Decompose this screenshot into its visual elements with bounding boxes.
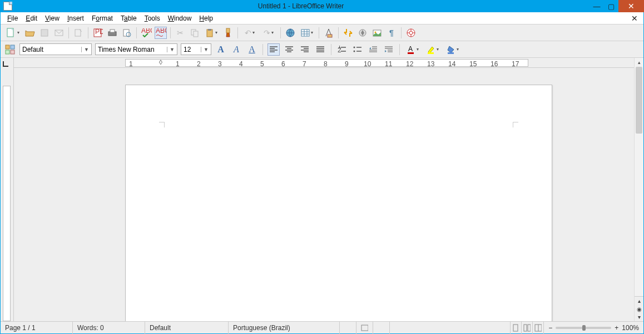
status-page-style[interactable]: Default (145, 322, 229, 334)
save-button[interactable] (38, 27, 51, 39)
cut-button[interactable]: ✂ (174, 27, 186, 39)
menu-file[interactable]: File (4, 13, 21, 24)
prev-page-button[interactable]: ▴ (638, 297, 641, 305)
horizontal-ruler[interactable]: 1 ◊ 1 2 3 4 5 6 7 8 9 10 11 12 1 (14, 58, 634, 68)
edit-file-button[interactable] (72, 27, 85, 39)
background-color-button[interactable]: ▾ (444, 43, 461, 56)
view-single-page-button[interactable] (511, 322, 522, 334)
view-multi-page-button[interactable] (522, 322, 533, 334)
svg-rect-15 (208, 29, 211, 31)
format-paintbrush-button[interactable] (222, 27, 234, 39)
zoom-value[interactable]: 100% (622, 324, 639, 332)
styles-button[interactable] (4, 43, 16, 56)
svg-text:A: A (408, 45, 413, 53)
status-selection-mode[interactable] (356, 322, 373, 334)
close-button[interactable]: ✕ (618, 0, 644, 12)
font-name-combo[interactable]: Times New Roman▼ (95, 43, 177, 55)
align-center-button[interactable] (283, 43, 295, 56)
zoom-in-button[interactable]: + (615, 324, 618, 332)
copy-button[interactable] (189, 27, 201, 39)
auto-spellcheck-button[interactable]: ABC (155, 27, 167, 39)
minimize-button[interactable]: — (589, 0, 604, 12)
paste-button[interactable]: ▾ (203, 27, 220, 39)
align-right-button[interactable] (299, 43, 311, 56)
font-name-value: Times New Roman (98, 46, 155, 53)
underline-button[interactable]: A (246, 43, 258, 56)
vertical-scrollbar[interactable]: ▴ ▴ ◉ ▾ (634, 58, 643, 321)
open-button[interactable] (24, 27, 36, 39)
align-left-button[interactable] (267, 43, 280, 56)
status-insert-mode[interactable] (340, 322, 356, 334)
svg-rect-37 (361, 325, 368, 331)
bullet-list-button[interactable] (351, 43, 364, 56)
status-words[interactable]: Words: 0 (73, 322, 145, 334)
scroll-up-icon[interactable]: ▴ (635, 58, 643, 66)
maximize-button[interactable]: ▢ (604, 0, 618, 12)
export-pdf-button[interactable]: PDF (92, 27, 104, 39)
increase-indent-button[interactable] (383, 43, 395, 56)
align-justify-button[interactable] (314, 43, 326, 56)
italic-button[interactable]: A (230, 43, 242, 56)
hyperlink-button[interactable] (284, 27, 296, 39)
menu-edit[interactable]: Edit (22, 13, 41, 24)
menu-table[interactable]: Table (117, 13, 140, 24)
page[interactable] (125, 85, 552, 321)
svg-point-32 (354, 50, 355, 52)
tab-marker-icon (3, 61, 8, 67)
paragraph-style-value: Default (22, 46, 43, 53)
status-page[interactable]: Page 1 / 1 (1, 322, 73, 334)
menu-window[interactable]: Window (165, 13, 195, 24)
email-button[interactable] (53, 27, 65, 39)
print-preview-button[interactable] (121, 27, 133, 39)
gallery-button[interactable] (371, 27, 383, 39)
font-size-combo[interactable]: 12▼ (181, 43, 211, 55)
navigation-button[interactable]: ◉ (637, 305, 642, 313)
menu-help[interactable]: Help (196, 13, 216, 24)
font-color-button[interactable]: A▾ (404, 43, 421, 56)
svg-rect-28 (11, 50, 14, 54)
window-title: Untitled 1 - LibreOffice Writer (12, 2, 589, 10)
scrollbar-thumb[interactable] (636, 67, 642, 134)
undo-button[interactable]: ↶▾ (241, 27, 258, 39)
table-button[interactable]: ▾ (299, 27, 315, 39)
menu-tools[interactable]: Tools (141, 13, 164, 24)
find-replace-button[interactable] (342, 27, 354, 39)
spellcheck-button[interactable]: ABC (140, 27, 152, 39)
bold-button[interactable]: A (215, 43, 227, 56)
menu-format[interactable]: Format (88, 13, 116, 24)
paragraph-style-combo[interactable]: Default▼ (19, 43, 92, 55)
navigator-button[interactable] (356, 27, 369, 39)
svg-rect-3 (75, 30, 81, 36)
document-icon (3, 2, 12, 11)
zoom-slider[interactable] (556, 327, 611, 329)
status-signature[interactable] (373, 322, 390, 334)
menubar: File Edit View Insert Format Table Tools… (1, 12, 643, 24)
nonprinting-chars-button[interactable]: ¶ (385, 27, 398, 39)
svg-rect-1 (41, 30, 48, 36)
svg-rect-34 (408, 52, 414, 54)
svg-rect-16 (226, 28, 230, 33)
show-draw-functions-button[interactable] (323, 27, 335, 39)
formatting-toolbar: Default▼ Times New Roman▼ 12▼ A A A 12 A… (1, 41, 643, 58)
highlight-button[interactable]: ▾ (424, 43, 441, 56)
svg-rect-25 (6, 45, 9, 49)
next-page-button[interactable]: ▾ (638, 313, 641, 321)
view-book-button[interactable] (533, 322, 544, 334)
status-language[interactable]: Portuguese (Brazil) (229, 322, 340, 334)
svg-rect-13 (194, 31, 198, 37)
document-area[interactable] (14, 68, 634, 321)
decrease-indent-button[interactable] (367, 43, 379, 56)
zoom-out-button[interactable]: − (548, 324, 552, 332)
new-button[interactable]: ▾ (4, 27, 22, 39)
svg-text:2: 2 (338, 46, 341, 53)
menu-insert[interactable]: Insert (64, 13, 87, 24)
menu-view[interactable]: View (42, 13, 63, 24)
redo-button[interactable]: ↷▾ (260, 27, 277, 39)
numbered-list-button[interactable]: 12 (336, 43, 348, 56)
standard-toolbar: ▾ PDF ABC ABC ✂ ▾ ↶▾ ↷▾ ▾ (1, 24, 643, 41)
statusbar: Page 1 / 1 Words: 0 Default Portuguese (… (1, 321, 643, 333)
vertical-ruler[interactable] (1, 58, 14, 321)
help-button[interactable] (405, 27, 417, 39)
print-button[interactable] (106, 27, 118, 39)
close-document-button[interactable]: ✕ (629, 14, 640, 23)
